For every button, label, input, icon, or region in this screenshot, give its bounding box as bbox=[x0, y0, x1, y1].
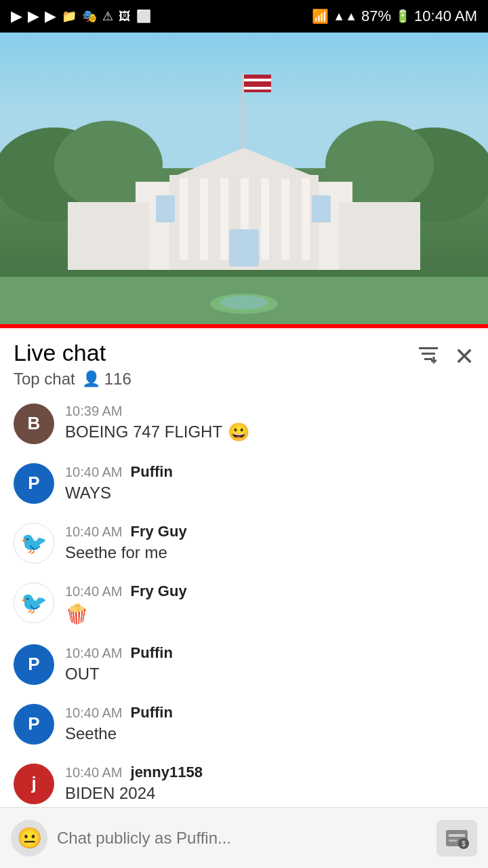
live-chat-title: Live chat bbox=[14, 339, 131, 367]
emoji: 😀 bbox=[228, 422, 249, 443]
message-meta: 10:39 AM bbox=[65, 403, 474, 419]
message-author: Fry Guy bbox=[131, 523, 187, 540]
message-time: 10:39 AM bbox=[65, 403, 123, 419]
avatar: P bbox=[14, 644, 54, 685]
message-text: Seethe bbox=[65, 724, 474, 743]
svg-text:$: $ bbox=[462, 840, 466, 848]
message-text: Seethe for me bbox=[65, 543, 474, 562]
viewer-number: 116 bbox=[104, 370, 131, 389]
svg-rect-13 bbox=[180, 178, 188, 260]
viewer-icon: 👤 bbox=[82, 370, 100, 388]
message-text: WAYS bbox=[65, 484, 474, 502]
chat-message: B 10:39 AM BOEING 747 FLIGHT 😀 bbox=[0, 394, 488, 454]
message-meta: 10:40 AM Puffin bbox=[65, 644, 474, 662]
signal-icon: ▲▲ bbox=[333, 9, 357, 24]
notification-icons: ▶ ▶ ▶ 📁 🎭 ⚠ 🖼 ⬜ bbox=[11, 7, 151, 25]
avatar: 🐦 bbox=[14, 523, 54, 564]
message-text: OUT bbox=[65, 665, 474, 684]
white-house-video bbox=[0, 33, 488, 324]
message-meta: 10:40 AM Fry Guy bbox=[65, 583, 474, 600]
svg-rect-29 bbox=[419, 347, 438, 349]
chat-panel: Live chat Top chat 👤 116 ✕ bbox=[0, 328, 488, 868]
status-bar: ▶ ▶ ▶ 📁 🎭 ⚠ 🖼 ⬜ 📶 ▲▲ 87% 🔋 10:40 AM bbox=[0, 0, 488, 33]
fry-avatar-emoji: 🐦 bbox=[20, 590, 47, 616]
svg-point-28 bbox=[220, 296, 268, 309]
chat-header-controls: ✕ bbox=[416, 339, 474, 372]
svg-rect-15 bbox=[220, 178, 228, 260]
message-body: 10:40 AM Fry Guy Seethe for me bbox=[65, 523, 474, 562]
emoji-icon: 😐 bbox=[17, 826, 42, 850]
avatar: j bbox=[14, 764, 54, 804]
message-text: BIDEN 2024 bbox=[65, 784, 474, 803]
chat-message: P 10:40 AM Puffin Seethe bbox=[0, 694, 488, 754]
battery-percent: 87% bbox=[361, 7, 391, 25]
top-chat-label: Top chat bbox=[14, 370, 75, 389]
message-meta: 10:40 AM Fry Guy bbox=[65, 523, 474, 540]
message-time: 10:40 AM bbox=[65, 765, 123, 781]
message-time: 10:40 AM bbox=[65, 705, 123, 721]
app-icon-6: ⚠ bbox=[102, 9, 113, 24]
chat-header: Live chat Top chat 👤 116 ✕ bbox=[0, 328, 488, 394]
svg-rect-35 bbox=[449, 834, 465, 837]
svg-rect-21 bbox=[156, 195, 175, 222]
message-body: 10:40 AM Fry Guy 🍿 bbox=[65, 583, 474, 625]
svg-rect-9 bbox=[244, 83, 271, 85]
app-icon-4: 📁 bbox=[62, 9, 77, 24]
message-time: 10:40 AM bbox=[65, 584, 123, 599]
app-icon-1: ▶ bbox=[11, 7, 22, 25]
message-text: 🍿 bbox=[65, 603, 474, 625]
emoji-button[interactable]: 😐 bbox=[11, 820, 47, 856]
app-icon-7: 🖼 bbox=[119, 9, 131, 24]
avatar: P bbox=[14, 704, 54, 745]
message-body: 10:40 AM Puffin Seethe bbox=[65, 704, 474, 743]
chat-input-bar: 😐 $ bbox=[0, 807, 488, 868]
message-time: 10:40 AM bbox=[65, 646, 123, 661]
system-icons: 📶 ▲▲ 87% 🔋 10:40 AM bbox=[312, 7, 477, 25]
message-body: 10:39 AM BOEING 747 FLIGHT 😀 bbox=[65, 403, 474, 443]
chat-message: P 10:40 AM Puffin OUT bbox=[0, 635, 488, 694]
message-time: 10:40 AM bbox=[65, 465, 123, 480]
fry-avatar-emoji: 🐦 bbox=[20, 530, 47, 556]
message-meta: 10:40 AM Puffin bbox=[65, 463, 474, 481]
svg-rect-22 bbox=[312, 195, 331, 222]
top-chat-row: Top chat 👤 116 bbox=[14, 370, 131, 389]
message-text: BOEING 747 FLIGHT 😀 bbox=[65, 422, 474, 443]
filter-icon[interactable] bbox=[416, 342, 441, 372]
avatar: 🐦 bbox=[14, 583, 54, 623]
chat-message: 🐦 10:40 AM Fry Guy Seethe for me bbox=[0, 513, 488, 573]
chat-message: j 10:40 AM jenny1158 BIDEN 2024 bbox=[0, 754, 488, 814]
svg-rect-8 bbox=[244, 79, 271, 81]
clock: 10:40 AM bbox=[414, 7, 477, 25]
chat-message: P 10:40 AM Puffin WAYS bbox=[0, 454, 488, 513]
message-body: 10:40 AM Puffin WAYS bbox=[65, 463, 474, 502]
chat-header-title-area: Live chat Top chat 👤 116 bbox=[14, 339, 131, 389]
svg-rect-18 bbox=[281, 178, 289, 260]
avatar: B bbox=[14, 403, 54, 444]
message-meta: 10:40 AM jenny1158 bbox=[65, 764, 474, 781]
chat-input[interactable] bbox=[57, 820, 427, 856]
svg-rect-25 bbox=[339, 202, 420, 270]
app-icon-3: ▶ bbox=[45, 7, 56, 25]
video-player[interactable] bbox=[0, 33, 488, 324]
svg-rect-19 bbox=[302, 178, 310, 260]
app-icon-5: 🎭 bbox=[82, 9, 97, 24]
svg-rect-14 bbox=[200, 178, 208, 260]
message-author: Puffin bbox=[131, 704, 173, 722]
close-icon[interactable]: ✕ bbox=[454, 342, 474, 371]
viewer-count: 👤 116 bbox=[82, 370, 131, 389]
app-icon-8: ⬜ bbox=[136, 9, 151, 24]
chat-message: 🐦 10:40 AM Fry Guy 🍿 bbox=[0, 573, 488, 635]
superchat-icon: $ bbox=[443, 825, 470, 852]
svg-rect-30 bbox=[422, 353, 435, 355]
message-meta: 10:40 AM Puffin bbox=[65, 704, 474, 722]
svg-rect-10 bbox=[244, 87, 271, 90]
chat-messages: B 10:39 AM BOEING 747 FLIGHT 😀 P 10:40 A… bbox=[0, 394, 488, 868]
svg-rect-24 bbox=[68, 202, 149, 270]
wifi-icon: 📶 bbox=[312, 8, 329, 24]
svg-rect-36 bbox=[449, 840, 457, 842]
message-time: 10:40 AM bbox=[65, 524, 123, 540]
message-body: 10:40 AM Puffin OUT bbox=[65, 644, 474, 684]
superchat-button[interactable]: $ bbox=[436, 820, 477, 856]
message-author: Puffin bbox=[131, 463, 173, 481]
svg-rect-23 bbox=[229, 229, 259, 267]
